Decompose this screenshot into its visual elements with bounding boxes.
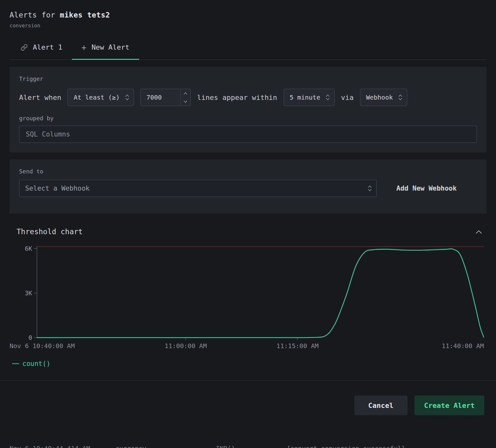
tab-alert-1-label: Alert 1 — [33, 43, 62, 51]
background-log-row: Nov 6 10:40:44.414 AM currency INR() {co… — [0, 444, 496, 448]
cancel-button[interactable]: Cancel — [354, 396, 407, 415]
x-tick-label: 11:40:00 AM — [442, 342, 484, 350]
via-label: via — [341, 94, 354, 102]
collapse-chart-button[interactable] — [475, 229, 483, 234]
page-title: Alerts for mikes tets2 — [10, 11, 486, 19]
send-to-label: Send to — [19, 168, 477, 175]
chart-header: Threshold chart — [10, 228, 486, 236]
background-log-timestamp: Nov 6 10:40:44.414 AM — [10, 444, 90, 448]
increment-button[interactable] — [181, 89, 190, 97]
y-tick-label: 3K — [25, 290, 37, 297]
tab-new-alert[interactable]: + New Alert — [72, 43, 139, 60]
channel-value: Webhook — [366, 94, 393, 101]
add-new-webhook-button[interactable]: Add New Webhook — [396, 185, 457, 192]
y-axis: 6K3K0 — [10, 246, 37, 340]
chevron-updown-icon — [325, 93, 330, 102]
x-axis: Nov 6 10:40:00 AM11:00:00 AM11:15:00 AM1… — [10, 341, 486, 352]
background-log-field: INR() — [216, 444, 235, 448]
send-to-row: Select a Webhook Add New Webhook — [19, 180, 477, 197]
channel-select[interactable]: Webhook — [360, 89, 407, 106]
background-log-service: currency — [116, 444, 146, 448]
create-alert-button[interactable]: Create Alert — [415, 396, 484, 415]
chart-plot — [37, 246, 484, 340]
trigger-section: Trigger Alert when At least (≥) 7000 — [10, 67, 486, 152]
modal-header: Alerts for mikes tets2 conversion — [10, 0, 486, 29]
legend-label: count() — [22, 360, 51, 368]
legend-line-swatch — [12, 363, 19, 364]
trigger-row: Alert when At least (≥) 7000 — [19, 89, 477, 106]
chevron-updown-icon — [125, 93, 130, 102]
page-title-prefix: Alerts for — [10, 11, 55, 19]
chart-wrap: 6K3K0 — [10, 246, 486, 340]
threshold-number-input[interactable]: 7000 — [140, 89, 191, 106]
x-tick-label: Nov 6 10:40:00 AM — [10, 342, 75, 350]
chevron-updown-icon — [367, 184, 372, 192]
link-icon — [21, 44, 28, 51]
plus-icon: + — [81, 44, 87, 51]
webhook-select-placeholder: Select a Webhook — [25, 185, 89, 192]
comparator-value: At least (≥) — [74, 94, 120, 101]
chevron-updown-icon — [398, 93, 403, 102]
alert-when-label: Alert when — [19, 94, 61, 102]
tab-new-alert-label: New Alert — [91, 43, 129, 51]
page-subtitle: conversion — [10, 23, 486, 29]
modal-footer: Cancel Create Alert — [0, 381, 496, 415]
y-tick-label: 0 — [29, 334, 37, 341]
number-steppers — [180, 89, 190, 106]
y-tick-label: 6K — [25, 245, 37, 252]
grouped-by-label: grouped by — [19, 115, 477, 122]
background-log-message: {convert conversion successful} — [287, 444, 405, 448]
tab-alert-1[interactable]: Alert 1 — [10, 43, 72, 60]
grouped-by-input[interactable] — [19, 126, 477, 143]
webhook-select[interactable]: Select a Webhook — [19, 180, 377, 197]
comparator-select[interactable]: At least (≥) — [67, 89, 134, 106]
trigger-section-label: Trigger — [19, 75, 477, 82]
chart-title: Threshold chart — [17, 228, 83, 236]
threshold-value: 7000 — [141, 89, 180, 106]
alert-modal: Alerts for mikes tets2 conversion Alert … — [0, 0, 496, 368]
x-tick-label: 11:15:00 AM — [276, 342, 318, 350]
alert-tabs: Alert 1 + New Alert — [10, 43, 486, 60]
chart-legend: count() — [12, 360, 486, 368]
decrement-button[interactable] — [181, 97, 190, 106]
send-to-section: Send to Select a Webhook Add New Webhook — [10, 159, 486, 214]
page-title-name: mikes tets2 — [60, 11, 110, 19]
time-window-select[interactable]: 5 minute — [284, 89, 335, 106]
threshold-chart-section: Threshold chart 6K3K0 Nov 6 10:40:00 AM1… — [10, 228, 486, 368]
lines-within-label: lines appear within — [197, 94, 277, 102]
threshold-chart-svg — [37, 246, 484, 340]
time-window-value: 5 minute — [290, 94, 320, 101]
x-tick-label: 11:00:00 AM — [165, 342, 207, 350]
